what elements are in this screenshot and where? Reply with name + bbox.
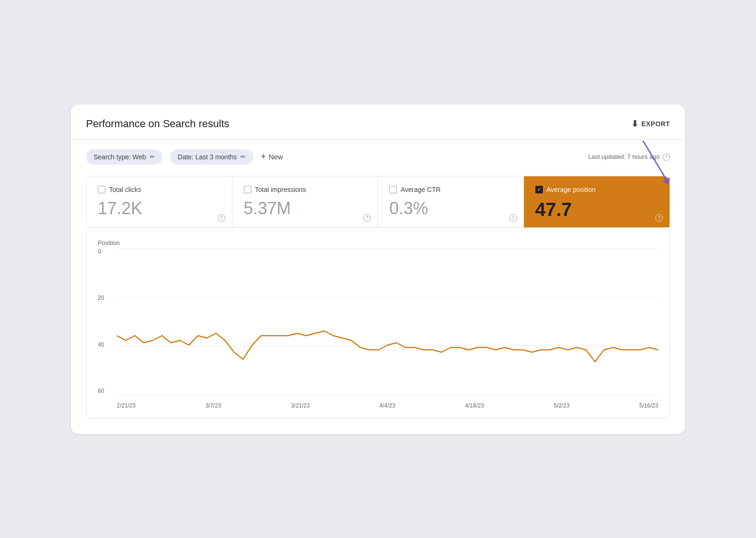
average-ctr-help: ? (509, 213, 517, 222)
average-ctr-value: 0.3% (389, 199, 512, 218)
average-position-help: ? (655, 213, 663, 222)
header-divider (71, 139, 685, 140)
y-label-40: 40 (98, 341, 104, 348)
x-label-1: 3/7/23 (206, 402, 221, 409)
main-card: Performance on Search results ⬇ EXPORT S… (71, 104, 685, 434)
metric-total-clicks[interactable]: Total clicks 17.2K ? (86, 176, 232, 227)
total-impressions-label: Total impressions (255, 186, 306, 193)
y-label-60: 60 (98, 388, 104, 394)
average-ctr-checkbox[interactable] (389, 186, 397, 193)
total-impressions-help: ? (363, 213, 371, 222)
chart-wrapper: 0 20 40 60 (98, 248, 658, 409)
chart-y-axis-label: Position (98, 239, 658, 246)
average-position-help-icon[interactable]: ? (655, 214, 663, 222)
date-label: Date: Last 3 months (178, 153, 237, 161)
new-filter-label: New (269, 153, 283, 161)
metrics-row: Total clicks 17.2K ? Total impressions 5… (86, 176, 670, 228)
total-clicks-label: Total clicks (109, 186, 141, 193)
last-updated: Last updated: 7 hours ago ? (588, 153, 670, 161)
metrics-chart-container: Total clicks 17.2K ? Total impressions 5… (86, 176, 670, 419)
total-impressions-checkbox[interactable] (244, 186, 251, 193)
x-axis-labels: 2/21/23 3/7/23 3/21/23 4/4/23 4/18/23 5/… (117, 402, 658, 409)
x-label-3: 4/4/23 (379, 402, 395, 409)
chart-line-svg (117, 248, 658, 395)
search-type-filter[interactable]: Search type: Web ✏ (86, 149, 163, 165)
y-label-20: 20 (98, 295, 104, 301)
date-filter[interactable]: Date: Last 3 months ✏ (170, 149, 253, 165)
average-position-checkbox[interactable] (535, 186, 543, 193)
plus-icon: + (261, 152, 266, 162)
grid-line-60 (117, 395, 658, 395)
filter-row: Search type: Web ✏ Date: Last 3 months ✏… (86, 149, 670, 165)
metric-average-ctr[interactable]: Average CTR 0.3% ? (378, 176, 524, 227)
x-label-6: 5/16/23 (639, 402, 658, 409)
x-label-4: 4/18/23 (465, 402, 484, 409)
search-type-label: Search type: Web (94, 153, 146, 161)
date-edit-icon: ✏ (241, 153, 246, 160)
total-impressions-value: 5.37M (244, 199, 367, 218)
average-position-label: Average position (547, 186, 596, 193)
page-title: Performance on Search results (86, 118, 229, 130)
y-axis-labels: 0 20 40 60 (98, 248, 104, 395)
total-clicks-help-icon[interactable]: ? (218, 214, 225, 222)
y-label-0: 0 (98, 248, 104, 255)
total-clicks-value: 17.2K (98, 199, 221, 218)
average-ctr-label: Average CTR (401, 186, 441, 193)
chart-area: Position 0 20 40 60 (86, 228, 670, 419)
total-clicks-checkbox[interactable] (98, 186, 105, 193)
x-label-0: 2/21/23 (117, 402, 136, 409)
x-label-2: 3/21/23 (291, 402, 310, 409)
export-button[interactable]: ⬇ EXPORT (631, 119, 670, 129)
search-type-edit-icon: ✏ (150, 153, 155, 160)
average-ctr-help-icon[interactable]: ? (509, 214, 517, 222)
chart-inner (117, 248, 658, 395)
metric-total-impressions[interactable]: Total impressions 5.37M ? (232, 176, 378, 227)
last-updated-help-icon[interactable]: ? (662, 153, 670, 161)
total-impressions-help-icon[interactable]: ? (363, 214, 371, 222)
metric-average-position[interactable]: Average position 47.7 ? (524, 176, 670, 227)
new-filter-button[interactable]: + New (261, 152, 283, 162)
x-label-5: 5/2/23 (554, 402, 569, 409)
total-clicks-help: ? (218, 213, 225, 222)
export-icon: ⬇ (631, 119, 639, 129)
average-position-value: 47.7 (535, 199, 659, 220)
header-row: Performance on Search results ⬇ EXPORT (86, 118, 670, 130)
